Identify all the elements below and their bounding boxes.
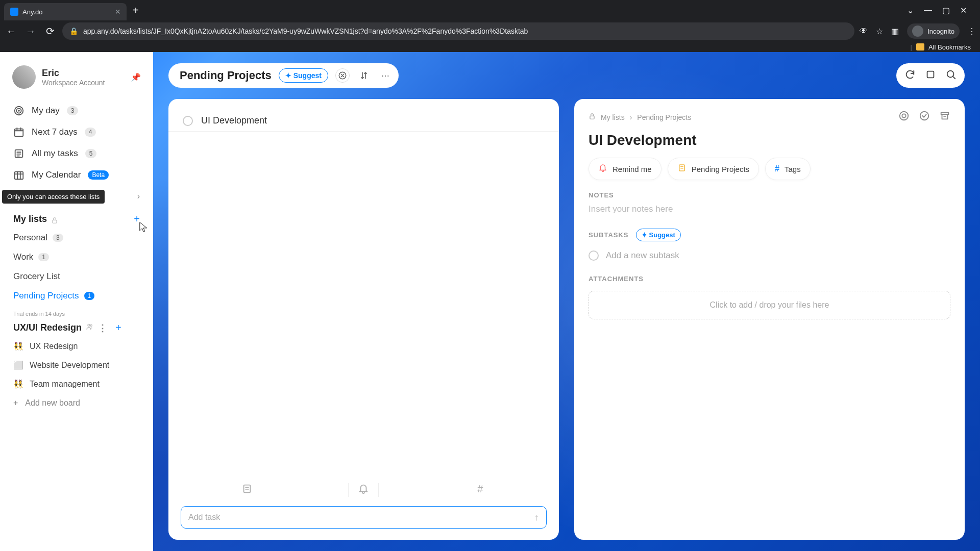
address-bar-row: ← → ⟳ 🔒 app.any.do/tasks/lists/JF_Ix0QxK…	[0, 20, 980, 42]
kebab-menu-icon[interactable]: ⋮	[98, 322, 107, 334]
chevron-down-icon[interactable]: ⌄	[907, 6, 914, 15]
target-icon[interactable]	[898, 110, 910, 124]
detail-actions	[898, 110, 950, 124]
note-icon[interactable]	[232, 483, 262, 497]
browser-tab[interactable]: Any.do ×	[4, 3, 127, 20]
hash-icon[interactable]: #	[465, 483, 496, 497]
calendar-icon	[13, 127, 24, 138]
lock-icon: 🔒	[69, 27, 78, 35]
url-bar[interactable]: 🔒 app.any.do/tasks/lists/JF_Ix0QxKjtjnA2…	[62, 22, 854, 40]
square-icon[interactable]	[925, 69, 936, 83]
sidebar-item-all-tasks[interactable]: All my tasks 5	[6, 143, 147, 164]
attachments-dropzone[interactable]: Click to add / drop your files here	[589, 291, 950, 319]
board-item-website-dev[interactable]: ⬜ Website Development	[6, 356, 147, 374]
svg-point-15	[902, 114, 905, 117]
list-label: Work	[13, 252, 33, 262]
close-window-icon[interactable]: ✕	[960, 6, 967, 15]
star-icon[interactable]: ☆	[876, 27, 883, 36]
minimize-icon[interactable]: ―	[924, 6, 932, 15]
section-title: My lists	[13, 214, 47, 224]
remind-chip[interactable]: Remind me	[589, 158, 662, 180]
breadcrumb-root[interactable]: My lists	[601, 113, 625, 121]
add-list-button[interactable]: +	[134, 213, 140, 225]
check-circle-icon[interactable]	[919, 110, 930, 124]
search-icon[interactable]	[945, 69, 957, 83]
panels: UI Development # ↑ My lists ›	[168, 99, 965, 540]
sort-icon[interactable]	[357, 68, 371, 83]
board-label: Team management	[30, 380, 100, 389]
svg-rect-5	[15, 172, 23, 180]
favicon	[10, 8, 18, 16]
forward-button[interactable]: →	[23, 26, 38, 37]
notes-input[interactable]: Insert your notes here	[574, 204, 965, 229]
user-profile[interactable]: Eric Workspace Account 📌	[6, 62, 147, 92]
svg-point-16	[920, 112, 929, 120]
sidebar-item-calendar[interactable]: My Calendar Beta	[6, 164, 147, 186]
all-bookmarks-link[interactable]: All Bookmarks	[928, 43, 971, 51]
incognito-indicator[interactable]: Incognito	[907, 23, 960, 39]
filter-clear-icon[interactable]	[335, 68, 350, 83]
list-item-pending-projects[interactable]: Pending Projects 1	[6, 286, 147, 306]
pin-icon[interactable]: 📌	[131, 72, 141, 82]
list-item-personal[interactable]: Personal 3	[6, 228, 147, 247]
bell-icon[interactable]	[348, 483, 379, 497]
add-task-input[interactable]	[188, 513, 534, 522]
task-row[interactable]: UI Development	[168, 110, 559, 132]
board-label: UX Redesign	[30, 342, 78, 351]
svg-point-2	[18, 110, 19, 111]
subtask-placeholder: Add a new subtask	[606, 251, 679, 261]
sidebar-item-next-7-days[interactable]: Next 7 days 4	[6, 121, 147, 143]
hash-icon: #	[775, 164, 779, 173]
reload-button[interactable]: ⟳	[43, 25, 57, 37]
list-icon	[13, 148, 24, 159]
new-tab-button[interactable]: +	[133, 5, 139, 16]
people-icon	[86, 322, 94, 333]
list-item-work[interactable]: Work 1	[6, 247, 147, 267]
task-checkbox[interactable]	[183, 116, 193, 126]
kebab-menu-icon[interactable]: ⋮	[968, 27, 976, 36]
list-chip[interactable]: Pending Projects	[668, 158, 759, 180]
count-badge: 1	[84, 292, 95, 300]
avatar	[12, 65, 36, 89]
app-root: Eric Workspace Account 📌 My day 3 Next 7…	[0, 52, 980, 551]
add-subtask-row[interactable]: Add a new subtask	[574, 247, 965, 275]
add-board-button[interactable]: +	[115, 322, 121, 334]
eye-off-icon[interactable]: 👁	[860, 27, 868, 36]
sync-icon[interactable]	[904, 69, 916, 83]
close-tab-icon[interactable]: ×	[115, 7, 120, 17]
more-icon[interactable]: ⋯	[378, 68, 393, 83]
folder-icon	[916, 43, 924, 51]
board-item-ux-redesign[interactable]: 👯 UX Redesign	[6, 337, 147, 356]
suggest-subtasks-button[interactable]: ✦ Suggest	[636, 229, 681, 241]
url-text: app.any.do/tasks/lists/JF_Ix0QxKjtjnA2to…	[83, 27, 847, 35]
back-button[interactable]: ←	[4, 26, 18, 37]
task-detail-panel: My lists › Pending Projects UI Developme…	[574, 99, 965, 540]
lock-icon	[51, 216, 58, 223]
bookmarks-bar: | All Bookmarks	[0, 42, 980, 52]
list-item-grocery[interactable]: Grocery List	[6, 267, 147, 286]
svg-rect-6	[53, 220, 57, 223]
content-area: Pending Projects ✦ Suggest ⋯ UI D	[153, 52, 980, 551]
board-item-team-mgmt[interactable]: 👯 Team management	[6, 374, 147, 393]
subtask-checkbox[interactable]	[589, 251, 599, 261]
maximize-icon[interactable]: ▢	[942, 6, 950, 15]
calendar-grid-icon	[13, 169, 24, 181]
tags-chip[interactable]: # Tags	[765, 158, 811, 180]
browser-chrome: Any.do × + ⌄ ― ▢ ✕ ← → ⟳ 🔒 app.any.do/ta…	[0, 0, 980, 52]
submit-arrow-icon[interactable]: ↑	[534, 512, 539, 523]
archive-icon[interactable]	[939, 110, 950, 124]
breadcrumb-list[interactable]: Pending Projects	[637, 113, 691, 121]
add-new-board[interactable]: + Add new board	[6, 393, 147, 413]
title-bar: Pending Projects ✦ Suggest ⋯	[168, 63, 399, 88]
panel-icon[interactable]: ▥	[891, 27, 899, 36]
top-row: Pending Projects ✦ Suggest ⋯	[168, 63, 965, 88]
suggest-button[interactable]: ✦ Suggest	[279, 68, 328, 83]
workspace-name: UX/UI Redesign	[13, 322, 82, 333]
detail-title[interactable]: UI Development	[574, 130, 965, 158]
sidebar-item-my-day[interactable]: My day 3	[6, 100, 147, 121]
svg-point-8	[90, 324, 92, 326]
add-board-label: Add new board	[25, 398, 80, 408]
page-title: Pending Projects	[180, 69, 272, 82]
bell-icon	[598, 163, 607, 174]
task-name: UI Development	[201, 115, 267, 126]
